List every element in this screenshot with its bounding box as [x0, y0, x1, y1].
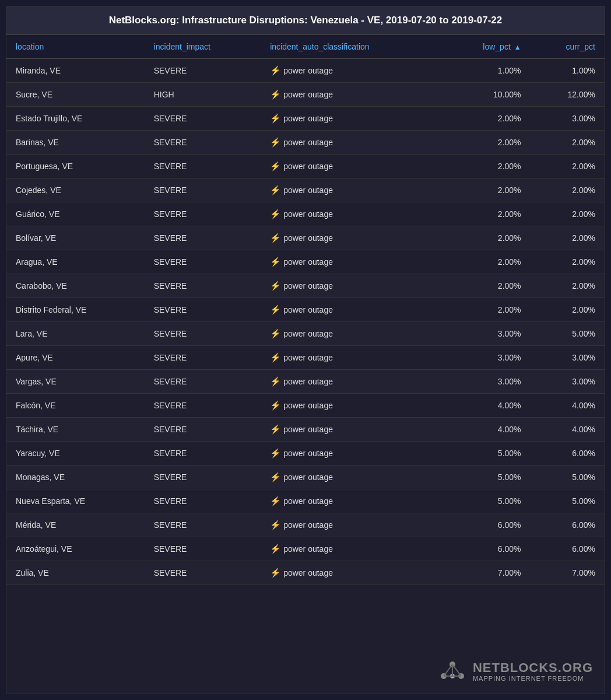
cell-impact: SEVERE	[145, 131, 261, 155]
cell-location: Nueva Esparta, VE	[6, 489, 145, 513]
cell-low-pct: 2.00%	[443, 107, 531, 131]
cell-location: Distrito Federal, VE	[6, 298, 145, 322]
cell-impact: SEVERE	[145, 202, 261, 226]
col-incident-classification[interactable]: incident_auto_classification	[261, 35, 443, 59]
cell-location: Miranda, VE	[6, 59, 145, 83]
cell-low-pct: 6.00%	[443, 513, 531, 537]
cell-classification: ⚡power outage	[261, 442, 443, 466]
cell-location: Apure, VE	[6, 346, 145, 370]
lightning-icon: ⚡	[270, 400, 281, 411]
cell-curr-pct: 2.00%	[531, 274, 605, 298]
cell-impact: SEVERE	[145, 370, 261, 394]
cell-curr-pct: 2.00%	[531, 178, 605, 202]
lightning-icon: ⚡	[270, 472, 281, 482]
classification-text: power outage	[283, 449, 333, 458]
classification-text: power outage	[283, 425, 333, 434]
classification-text: power outage	[283, 544, 333, 554]
cell-location: Portuguesa, VE	[6, 155, 145, 178]
cell-curr-pct: 2.00%	[531, 250, 605, 274]
lightning-icon: ⚡	[270, 328, 281, 339]
cell-curr-pct: 6.00%	[531, 537, 605, 561]
cell-impact: SEVERE	[145, 178, 261, 202]
cell-location: Estado Trujillo, VE	[6, 107, 145, 131]
cell-classification: ⚡power outage	[261, 346, 443, 370]
classification-text: power outage	[283, 162, 333, 171]
cell-curr-pct: 3.00%	[531, 107, 605, 131]
cell-impact: SEVERE	[145, 561, 261, 585]
lightning-icon: ⚡	[270, 209, 281, 219]
cell-curr-pct: 2.00%	[531, 155, 605, 178]
footer-logo: NETBLOCKS.ORG MAPPING INTERNET FREEDOM	[438, 659, 593, 684]
lightning-icon: ⚡	[270, 89, 281, 100]
cell-curr-pct: 2.00%	[531, 226, 605, 250]
lightning-icon: ⚡	[270, 424, 281, 435]
table-row: Yaracuy, VESEVERE⚡power outage5.00%6.00%	[6, 442, 605, 466]
table-row: Monagas, VESEVERE⚡power outage5.00%5.00%	[6, 466, 605, 489]
cell-classification: ⚡power outage	[261, 178, 443, 202]
cell-low-pct: 4.00%	[443, 418, 531, 442]
table-row: Aragua, VESEVERE⚡power outage2.00%2.00%	[6, 250, 605, 274]
col-incident-impact[interactable]: incident_impact	[145, 35, 261, 59]
cell-impact: SEVERE	[145, 274, 261, 298]
lightning-icon: ⚡	[270, 113, 281, 124]
cell-impact: SEVERE	[145, 513, 261, 537]
table-row: Miranda, VESEVERE⚡power outage1.00%1.00%	[6, 59, 605, 83]
lightning-icon: ⚡	[270, 568, 281, 578]
cell-classification: ⚡power outage	[261, 59, 443, 83]
cell-low-pct: 3.00%	[443, 370, 531, 394]
cell-impact: SEVERE	[145, 107, 261, 131]
cell-low-pct: 7.00%	[443, 561, 531, 585]
cell-curr-pct: 6.00%	[531, 513, 605, 537]
cell-curr-pct: 12.00%	[531, 83, 605, 107]
cell-impact: SEVERE	[145, 346, 261, 370]
table-header: location incident_impact incident_auto_c…	[6, 35, 605, 59]
col-location[interactable]: location	[6, 35, 145, 59]
cell-impact: SEVERE	[145, 250, 261, 274]
cell-curr-pct: 4.00%	[531, 394, 605, 418]
cell-curr-pct: 2.00%	[531, 202, 605, 226]
classification-text: power outage	[283, 401, 333, 410]
title-text: NetBlocks.org: Infrastructure Disruption…	[109, 15, 503, 26]
table-row: Estado Trujillo, VESEVERE⚡power outage2.…	[6, 107, 605, 131]
cell-classification: ⚡power outage	[261, 83, 443, 107]
cell-low-pct: 2.00%	[443, 178, 531, 202]
sort-arrow-icon: ▲	[514, 43, 521, 51]
lightning-icon: ⚡	[270, 137, 281, 148]
cell-location: Yaracuy, VE	[6, 442, 145, 466]
table-row: Carabobo, VESEVERE⚡power outage2.00%2.00…	[6, 274, 605, 298]
cell-low-pct: 6.00%	[443, 537, 531, 561]
classification-text: power outage	[283, 186, 333, 195]
cell-classification: ⚡power outage	[261, 489, 443, 513]
cell-classification: ⚡power outage	[261, 561, 443, 585]
cell-classification: ⚡power outage	[261, 418, 443, 442]
col-low-pct[interactable]: low_pct ▲	[443, 35, 531, 59]
lightning-icon: ⚡	[270, 257, 281, 267]
classification-text: power outage	[283, 496, 333, 506]
classification-text: power outage	[283, 520, 333, 530]
classification-text: power outage	[283, 66, 333, 75]
cell-location: Barinas, VE	[6, 131, 145, 155]
cell-curr-pct: 3.00%	[531, 370, 605, 394]
cell-classification: ⚡power outage	[261, 537, 443, 561]
cell-impact: SEVERE	[145, 442, 261, 466]
col-curr-pct[interactable]: curr_pct	[531, 35, 605, 59]
cell-location: Vargas, VE	[6, 370, 145, 394]
table-row: Sucre, VEHIGH⚡power outage10.00%12.00%	[6, 83, 605, 107]
lightning-icon: ⚡	[270, 281, 281, 291]
cell-curr-pct: 1.00%	[531, 59, 605, 83]
table-row: Lara, VESEVERE⚡power outage3.00%5.00%	[6, 322, 605, 346]
cell-low-pct: 2.00%	[443, 250, 531, 274]
cell-classification: ⚡power outage	[261, 322, 443, 346]
cell-location: Táchira, VE	[6, 418, 145, 442]
table-row: Bolívar, VESEVERE⚡power outage2.00%2.00%	[6, 226, 605, 250]
lightning-icon: ⚡	[270, 233, 281, 243]
cell-classification: ⚡power outage	[261, 131, 443, 155]
cell-low-pct: 1.00%	[443, 59, 531, 83]
classification-text: power outage	[283, 281, 333, 290]
classification-text: power outage	[283, 377, 333, 386]
footer: NETBLOCKS.ORG MAPPING INTERNET FREEDOM	[426, 649, 605, 694]
cell-location: Monagas, VE	[6, 466, 145, 489]
classification-text: power outage	[283, 90, 333, 99]
table-row: Guárico, VESEVERE⚡power outage2.00%2.00%	[6, 202, 605, 226]
cell-low-pct: 2.00%	[443, 274, 531, 298]
